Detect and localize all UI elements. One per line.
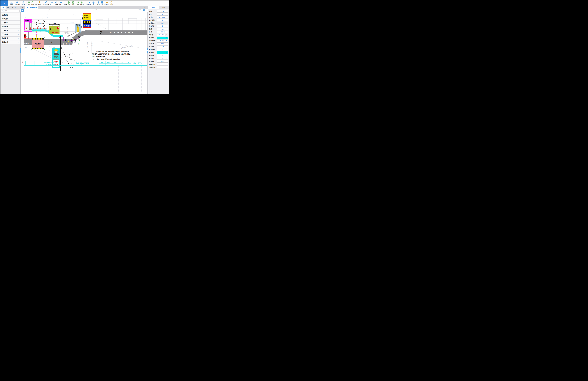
- prop-row-lock: 锁定 否: [148, 13, 169, 16]
- preview-button[interactable]: 预览: [97, 1, 100, 6]
- grid-snap-select[interactable]: 否: [157, 25, 168, 27]
- dimension-button[interactable]: 尺寸▼: [63, 1, 67, 6]
- border-width-input[interactable]: [157, 54, 168, 57]
- border-color-select[interactable]: [157, 51, 168, 54]
- lock-select[interactable]: 否: [157, 13, 168, 16]
- info-height-input[interactable]: [157, 48, 168, 51]
- sidebar-tab-custom[interactable]: 自定义: [11, 6, 17, 9]
- redo-button[interactable]: 恢复: [34, 1, 38, 6]
- prop-row-border-length: 边框长度: [148, 42, 169, 45]
- sidebar-item-support[interactable]: 支撑设施›: [1, 29, 20, 32]
- tab-collapse-icon[interactable]: ≫: [144, 7, 145, 8]
- sidebar-item-structures[interactable]: 工程结构›: [1, 33, 20, 36]
- vertical-scrollbar[interactable]: [147, 12, 148, 94]
- sidebar-collapse-handle[interactable]: [20, 48, 21, 53]
- font-family-select[interactable]: Arial: [157, 60, 168, 63]
- sidebar-item-temp-facilities[interactable]: 临建设施›: [1, 17, 20, 21]
- transformer-component[interactable]: 3#变压器: [24, 19, 32, 32]
- fill-color-select[interactable]: [157, 37, 168, 39]
- sidebar-item-temp-power[interactable]: 临电设施›: [1, 25, 20, 28]
- tab-properties[interactable]: 属性: [148, 6, 159, 9]
- ungroup-button[interactable]: 分解: [71, 1, 75, 6]
- build-steps-button[interactable]: 拆建步骤: [86, 1, 92, 6]
- sidebar-tab-icons[interactable]: 图标: [5, 6, 11, 9]
- origin-target-button[interactable]: [21, 9, 24, 12]
- fit-background-select[interactable]: 否: [157, 19, 168, 21]
- scale-input[interactable]: [157, 31, 168, 33]
- cad-number: 1.5: [38, 27, 40, 29]
- save-button[interactable]: 保存: [27, 1, 31, 6]
- traffic-cone[interactable]: [26, 26, 27, 29]
- new-tab-button[interactable]: +: [21, 6, 23, 8]
- fit-view-button[interactable]: [143, 9, 145, 11]
- sidebar-item-protection[interactable]: 防护设施›: [1, 37, 20, 40]
- steel-bridge-component[interactable]: 钢便桥: [32, 38, 44, 49]
- sidebar-item-pedestrian[interactable]: 人行通道›: [1, 21, 20, 24]
- sidebar-item-basic-shapes[interactable]: 基本图形›: [1, 13, 20, 17]
- sidebar-item-workers[interactable]: 施工人员›: [1, 40, 20, 44]
- bind-button[interactable]: 绑定: [76, 1, 80, 6]
- warning-diamond-icon: [84, 25, 86, 27]
- tab-layers[interactable]: 图层: [159, 6, 169, 9]
- category-label: 支撑设施: [2, 29, 8, 32]
- mirror-button[interactable]: 镜像▼: [54, 1, 59, 6]
- prop-row-fit-background: 适配背景图 否: [148, 19, 169, 22]
- search-input[interactable]: [1, 10, 19, 12]
- favorite-button[interactable]: 收藏: [110, 1, 113, 6]
- app-window: 文件(F) 1:1 比例尺 上传背景图 橡皮擦 保存: [0, 0, 169, 94]
- background-image-select[interactable]: 昆太路施工: [157, 16, 168, 19]
- chevron-down-icon: [166, 38, 167, 38]
- crash-barrier-label: 防撞墩: [75, 24, 81, 26]
- document-tab[interactable]: 施工现场总平面图: [25, 6, 39, 9]
- name-input[interactable]: [157, 10, 168, 13]
- sidebar-tab-components[interactable]: 组件: [0, 6, 5, 9]
- pipe-label-box[interactable]: 管: [24, 34, 26, 38]
- category-label: 防护设施: [2, 37, 8, 39]
- group-button[interactable]: 组合: [67, 1, 71, 6]
- site-plan-drawing[interactable]: K0+920 BK0+020 BK0+080 CK0+160 K0+180 K1…: [24, 12, 147, 94]
- view-3d-button[interactable]: 3D: [92, 1, 95, 5]
- file-menu-button[interactable]: 文件(F): [0, 0, 8, 6]
- scatter-button[interactable]: 散列▼: [59, 1, 63, 6]
- unbind-button[interactable]: 解绑定: [80, 1, 84, 6]
- tool-label: 组合: [68, 4, 70, 5]
- traffic-cone[interactable]: [43, 26, 45, 29]
- chevron-right-icon: ›: [18, 37, 19, 39]
- export-image-button[interactable]: 导出图片: [104, 1, 110, 6]
- note-line: 车辆转入右侧疏解便道同行，在桥台至线路终点封闭右侧车道: [92, 53, 131, 55]
- print-button[interactable]: 打印: [100, 1, 104, 6]
- traffic-cone[interactable]: [40, 26, 42, 29]
- eraser-button[interactable]: 橡皮擦: [21, 1, 26, 6]
- erase-point-input[interactable]: [157, 34, 166, 36]
- y-guide-input[interactable]: [157, 66, 168, 68]
- transformer-callout[interactable]: 3#变压器: [36, 20, 45, 27]
- paste-offset-button[interactable]: 粘贴偏移▼: [43, 1, 50, 6]
- construction-sign-component[interactable]: 前方施工 减速慢行 前方施工 1km: [83, 13, 91, 28]
- border-height-input[interactable]: [157, 45, 168, 48]
- traffic-cone[interactable]: [30, 26, 31, 29]
- background-manage-button[interactable]: 操作: [157, 22, 168, 24]
- tb-header-design: 设计: [99, 62, 105, 63]
- rebar-yard-component[interactable]: 钢筋加工场: [49, 26, 60, 34]
- undo-button[interactable]: 撤销: [31, 1, 34, 6]
- worker-shoulders: [54, 53, 59, 55]
- font-size-select[interactable]: 24: [157, 57, 168, 60]
- steel-bridge-label: 钢便桥: [35, 42, 41, 45]
- category-label: 工程结构: [2, 33, 8, 35]
- traffic-cone[interactable]: [33, 26, 35, 29]
- x-guide-input[interactable]: [157, 63, 168, 65]
- traffic-cone[interactable]: [37, 26, 38, 29]
- safety-line1: 进入施工现场: [52, 56, 60, 57]
- frame-size-select[interactable]: 自定义: [157, 40, 168, 42]
- border-length-input[interactable]: [157, 42, 168, 45]
- delete-button[interactable]: 删除: [38, 1, 41, 6]
- upload-background-button[interactable]: 上传背景图: [14, 1, 21, 6]
- align-button[interactable]: 对齐▼: [50, 1, 54, 6]
- pier-label: 15#: [65, 39, 67, 42]
- chevron-right-icon: ›: [18, 18, 19, 20]
- clear-erase-point-button[interactable]: ✕: [166, 34, 168, 36]
- layer-input[interactable]: [157, 28, 168, 30]
- scale-ruler-button[interactable]: 1:1 比例尺: [9, 1, 14, 6]
- crash-barrier-component[interactable]: 防撞墩: [75, 24, 81, 32]
- panel-collapse-handle[interactable]: [147, 48, 148, 53]
